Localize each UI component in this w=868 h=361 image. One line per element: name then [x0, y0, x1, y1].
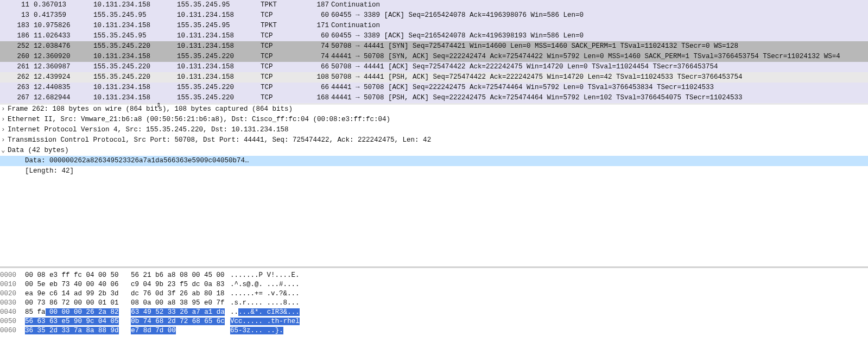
packet-no-cell: 13 [0, 10, 34, 21]
packet-proto-cell: TCP [261, 83, 309, 93]
packet-len-cell: 187 [309, 0, 331, 10]
packet-row[interactable]: 26012.36092010.131.234.158155.35.245.220… [0, 52, 868, 62]
packet-no-cell: 262 [0, 72, 34, 83]
chevron-right-icon[interactable]: › [1, 104, 8, 115]
packet-info-cell: 50708 → 44441 [PSH, ACK] Seq=725474422 A… [331, 72, 868, 83]
packet-src-cell: 155.35.245.220 [93, 62, 177, 72]
detail-text: Frame 262: 108 bytes on wire (864 bits),… [8, 105, 293, 113]
hex-row[interactable]: 001000 5e eb 73 40 00 40 06 c9 04 9b 23 … [0, 280, 868, 289]
detail-line[interactable]: [Length: 42] [0, 166, 868, 176]
detail-line[interactable]: ›Ethernet II, Src: Vmware_21:b6:a8 (00:5… [0, 115, 868, 125]
packet-dst-cell: 10.131.234.158 [177, 72, 261, 83]
packet-proto-cell: TPKT [261, 0, 309, 10]
packet-row[interactable]: 26312.44083510.131.234.158155.35.245.220… [0, 83, 868, 93]
packet-info-cell: 44441 → 50708 [ACK] Seq=222242475 Ack=72… [331, 83, 868, 93]
hex-row[interactable]: 005056 63 63 e5 90 9c 04 05 0b 74 68 2d … [0, 316, 868, 326]
packet-time-cell: 11.026433 [34, 31, 93, 41]
hex-offset: 0060 [0, 326, 25, 335]
packet-proto-cell: TCP [261, 10, 309, 21]
packet-dst-cell: 155.35.245.95 [177, 21, 261, 31]
packet-info-cell: Continuation [331, 21, 868, 31]
packet-len-cell: 60 [309, 31, 331, 41]
packet-info-cell: 44441 → 50708 [SYN, ACK] Seq=222242474 A… [331, 52, 868, 62]
chevron-right-icon[interactable]: › [1, 135, 8, 145]
packet-no-cell: 11 [0, 0, 34, 10]
detail-text: [Length: 42] [25, 167, 74, 175]
hex-row[interactable]: 006036 35 2d 33 7a 8a 88 9d e7 8d 7d 00 … [0, 326, 868, 335]
packet-proto-cell: TCP [261, 93, 309, 103]
packet-dst-cell: 10.131.234.158 [177, 10, 261, 21]
detail-text: Internet Protocol Version 4, Src: 155.35… [8, 126, 289, 134]
detail-text: Data (42 bytes) [8, 147, 69, 154]
packet-time-cell: 12.440835 [34, 83, 93, 93]
packet-dst-cell: 155.35.245.95 [177, 0, 261, 10]
detail-line[interactable]: ›Internet Protocol Version 4, Src: 155.3… [0, 125, 868, 135]
detail-text: Ethernet II, Src: Vmware_21:b6:a8 (00:50… [8, 116, 390, 123]
packet-src-cell: 10.131.234.158 [93, 21, 177, 31]
packet-dst-cell: 10.131.234.158 [177, 62, 261, 72]
packet-no-cell: 263 [0, 83, 34, 93]
hex-row[interactable]: 003000 73 86 72 00 00 01 01 08 0a 00 a8 … [0, 298, 868, 307]
detail-line[interactable]: Data: 000000262a826349523326a7a1da566363… [0, 156, 868, 166]
chevron-right-icon[interactable]: › [1, 125, 8, 135]
packet-row[interactable]: 18310.97582610.131.234.158155.35.245.95T… [0, 21, 868, 31]
packet-no-cell: 183 [0, 21, 34, 31]
packet-row[interactable]: 130.417359155.35.245.9510.131.234.158TCP… [0, 10, 868, 21]
packet-time-cell: 12.360987 [34, 62, 93, 72]
packet-time-cell: 0.367013 [34, 0, 93, 10]
packet-time-cell: 10.975826 [34, 21, 93, 31]
packet-proto-cell: TCP [261, 62, 309, 72]
packet-proto-cell: TCP [261, 72, 309, 83]
packet-src-cell: 10.131.234.158 [93, 93, 177, 103]
packet-no-cell: 260 [0, 52, 34, 62]
packet-len-cell: 66 [309, 83, 331, 93]
packet-src-cell: 155.35.245.220 [93, 41, 177, 52]
packet-row[interactable]: 26112.360987155.35.245.22010.131.234.158… [0, 62, 868, 72]
packet-dst-cell: 10.131.234.158 [177, 41, 261, 52]
packet-src-cell: 10.131.234.158 [93, 83, 177, 93]
packet-src-cell: 155.35.245.95 [93, 10, 177, 21]
packet-dst-cell: 10.131.234.158 [177, 31, 261, 41]
packet-list-pane[interactable]: 110.36701310.131.234.158155.35.245.95TPK… [0, 0, 868, 104]
packet-row[interactable]: 26212.439924155.35.245.22010.131.234.158… [0, 72, 868, 83]
packet-row[interactable]: 18611.026433155.35.245.9510.131.234.158T… [0, 31, 868, 41]
packet-len-cell: 66 [309, 62, 331, 72]
packet-time-cell: 12.038476 [34, 41, 93, 52]
packet-proto-cell: TCP [261, 52, 309, 62]
packet-time-cell: 0.417359 [34, 10, 93, 21]
packet-dst-cell: 155.35.245.220 [177, 52, 261, 62]
chevron-right-icon[interactable]: › [1, 115, 8, 125]
packet-len-cell: 60 [309, 10, 331, 21]
chevron-down-icon[interactable]: ⌄ [1, 145, 8, 156]
detail-line[interactable]: ⌄Data (42 bytes) [0, 145, 868, 156]
detail-text: Transmission Control Protocol, Src Port:… [8, 136, 431, 144]
packet-src-cell: 10.131.234.158 [93, 52, 177, 62]
packet-row[interactable]: 25212.038476155.35.245.22010.131.234.158… [0, 41, 868, 52]
packet-info-cell: 60455 → 3389 [ACK] Seq=2165424078 Ack=41… [331, 31, 868, 41]
packet-len-cell: 74 [309, 52, 331, 62]
packet-no-cell: 261 [0, 62, 34, 72]
packet-dst-cell: 155.35.245.220 [177, 93, 261, 103]
packet-info-cell: 50708 → 44441 [ACK] Seq=725474422 Ack=22… [331, 62, 868, 72]
packet-proto-cell: TPKT [261, 21, 309, 31]
packet-no-cell: 252 [0, 41, 34, 52]
detail-line[interactable]: ›Frame 262: 108 bytes on wire (864 bits)… [0, 104, 868, 115]
hex-row[interactable]: 0020ea 9e c6 14 ad 99 2b 3d dc 76 0d 3f … [0, 289, 868, 298]
packet-row[interactable]: 26712.68294410.131.234.158155.35.245.220… [0, 93, 868, 103]
packet-len-cell: 168 [309, 93, 331, 103]
packet-row[interactable]: 110.36701310.131.234.158155.35.245.95TPK… [0, 0, 868, 10]
packet-info-cell: 44441 → 50708 [PSH, ACK] Seq=222242475 A… [331, 93, 868, 103]
packet-no-cell: 267 [0, 93, 34, 103]
packet-info-cell: 60455 → 3389 [ACK] Seq=2165424078 Ack=41… [331, 10, 868, 21]
packet-proto-cell: TCP [261, 41, 309, 52]
hex-row[interactable]: 004085 fa 00 00 00 26 2a 82 63 49 52 33 … [0, 307, 868, 316]
detail-line[interactable]: ›Transmission Control Protocol, Src Port… [0, 135, 868, 145]
packet-time-cell: 12.682944 [34, 93, 93, 103]
packet-src-cell: 155.35.245.95 [93, 31, 177, 41]
hex-dump-pane[interactable]: 000000 08 e3 ff fc 04 00 50 56 21 b6 a8 … [0, 267, 868, 335]
packet-time-cell: 12.360920 [34, 52, 93, 62]
packet-time-cell: 12.439924 [34, 72, 93, 83]
hex-row[interactable]: 000000 08 e3 ff fc 04 00 50 56 21 b6 a8 … [0, 270, 868, 280]
packet-info-cell: Continuation [331, 0, 868, 10]
packet-details-pane[interactable]: ›Frame 262: 108 bytes on wire (864 bits)… [0, 104, 868, 267]
